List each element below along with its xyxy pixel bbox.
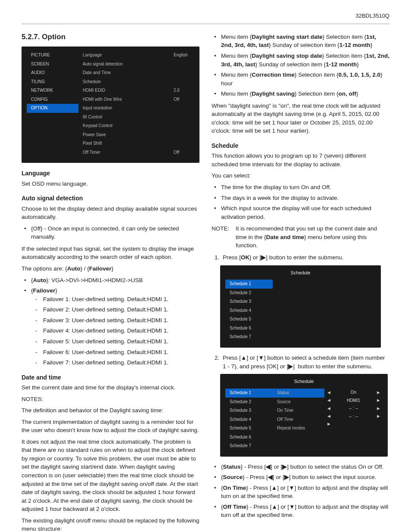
list-item: Failover 6: User-defined setting. Defaul… (43, 348, 199, 357)
osd-field-label: Off Time (273, 415, 324, 424)
osd-setting-label: IR Control (78, 113, 169, 122)
section-heading: 5.2.7. Option (22, 32, 199, 43)
list-item: {Source} - Press [◀] or [▶] button to se… (221, 473, 389, 482)
schedule-heading: Schedule (212, 141, 389, 150)
body-text: The current implementation of daylight s… (22, 418, 199, 435)
body-text: The existing daylight on/off menu should… (22, 516, 199, 532)
list-item: {Off} - Once an input is connected, it c… (31, 224, 199, 241)
datetime-heading: Date and time (22, 373, 199, 382)
osd-schedule-detail: Schedule Schedule 1Schedule 2Schedule 3S… (220, 374, 388, 456)
osd-setting-label: HDMI with One Wire (78, 95, 169, 104)
list-item: Menu item {Daylight saving start date} S… (221, 33, 389, 50)
osd-setting-label: Auto signal detection (78, 60, 169, 69)
right-column: Menu item {Daylight saving start date} S… (212, 32, 389, 532)
osd-setting-value: English (169, 51, 194, 60)
osd-field-value: ◀-- : --▶ (324, 404, 383, 413)
osd-schedule-item: Schedule 4 (225, 306, 273, 315)
osd-schedule-item: Schedule 4 (225, 415, 273, 424)
osd-field-label: On Time (273, 406, 324, 415)
language-heading: Language (22, 169, 199, 177)
list-item: Menu item {Correction time} Selection it… (221, 71, 389, 87)
body-text: The definition and behavior of the Dayli… (22, 406, 199, 415)
osd-setting-value (169, 104, 194, 113)
osd-setting-label: Off Timer (78, 148, 169, 157)
osd-setting-value (169, 68, 194, 78)
list-item: {Failover} Failover 1: User-defined sett… (31, 286, 199, 367)
osd-menu-item: OPTION (27, 104, 78, 113)
osd-setting-value (169, 121, 194, 131)
list-item: Failover 5: User-defined setting. Defaul… (43, 337, 199, 346)
osd-schedule-item: Schedule 2 (225, 289, 273, 298)
osd-schedule-item: Schedule 3 (225, 297, 273, 306)
osd-schedule-item: Schedule 2 (225, 398, 273, 407)
list-item: {Off Time} - Press [▲] or [▼] button to … (221, 503, 389, 520)
osd-field-label: Status (273, 389, 324, 398)
osd-field-value: ▶ (324, 420, 383, 428)
osd-menu-item: CONFIG (27, 95, 78, 104)
body-text: When "daylight saving" is "on", the real… (212, 102, 389, 135)
list-item: Menu item {Daylight saving stop date} Se… (221, 52, 389, 68)
osd-setting-value (169, 113, 194, 122)
osd-option-menu: PICTURESCREENAUDIOTILINGNETWORKCONFIGOPT… (22, 47, 199, 163)
osd-schedule-item: Schedule 7 (225, 442, 273, 451)
osd-schedule-item: Schedule 3 (225, 406, 273, 415)
list-item: {On Time} - Press [▲] or [▼] button to a… (221, 484, 389, 501)
left-column: 5.2.7. Option PICTURESCREENAUDIOTILINGNE… (22, 32, 199, 532)
osd-setting-value (169, 60, 194, 69)
osd-menu-item: AUDIO (27, 68, 78, 78)
step-item: Press [▲] or [▼] button to select a sche… (221, 354, 389, 370)
osd-setting-value (169, 139, 194, 148)
osd-schedule-list: Schedule Schedule 1Schedule 2Schedule 3S… (220, 265, 381, 348)
body-text: Set the current date and time for the di… (22, 383, 199, 392)
list-item: Failover 3: User-defined setting. Defaul… (43, 316, 199, 325)
list-item: Failover 1: User-defined setting. Defaul… (43, 295, 199, 304)
osd-setting-label: Power Save (78, 131, 169, 140)
osd-menu-item: NETWORK (27, 86, 78, 95)
list-item: The days in a week for the display to ac… (221, 194, 389, 202)
osd-schedule-item: Schedule 7 (225, 333, 273, 342)
list-item: Failover 4: User-defined setting. Defaul… (43, 327, 199, 335)
body-text: This function allows you to program up t… (212, 152, 389, 168)
divider (22, 24, 389, 24)
body-text: You can select: (212, 171, 389, 180)
osd-setting-value: Off (169, 95, 194, 104)
list-item: The time for the display to turn On and … (221, 183, 389, 192)
osd-setting-value: Off (169, 148, 194, 157)
osd-field-value: ◀HDMI1▶ (324, 397, 383, 405)
osd-setting-value (169, 131, 194, 140)
osd-menu-item: SCREEN (27, 60, 78, 69)
list-item: Which input source the display will use … (221, 204, 389, 221)
osd-setting-label: Schedule (78, 78, 169, 87)
osd-schedule-item: Schedule 5 (225, 315, 273, 324)
osd-field-value: ◀On▶ (324, 389, 383, 397)
osd-setting-value: 2.0 (169, 86, 194, 95)
body-text: It does not adjust the real time clock a… (22, 438, 199, 513)
body-text: If the selected input has signal, set th… (22, 245, 199, 261)
osd-setting-label: Pixel Shift (78, 139, 169, 148)
osd-field-value: ◀-- : --▶ (324, 413, 383, 421)
list-item: {Auto}: VGA->DVI->HDMI1->HDMI2->USB (31, 276, 199, 285)
osd-field-label: Source (273, 398, 324, 407)
osd-setting-label: Language (78, 51, 169, 60)
list-item: Menu item {Daylight saving} Selection it… (221, 90, 389, 98)
model-number: 32BDL3510Q (22, 12, 389, 20)
step-item: Press [OK] or [▶] button to enter the su… (221, 253, 389, 262)
osd-schedule-item: Schedule 1 (225, 389, 273, 398)
osd-setting-label: Keypad Control (78, 121, 169, 131)
body-text: NOTES: (22, 395, 199, 404)
asd-heading: Auto signal detection (22, 194, 199, 202)
osd-setting-label: Input resolution (78, 104, 169, 113)
osd-schedule-item: Schedule 5 (225, 424, 273, 433)
body-text: Choose to let the display detect and dis… (22, 205, 199, 221)
list-item: Failover 2: User-defined setting. Defaul… (43, 305, 199, 314)
osd-setting-value (169, 78, 194, 87)
osd-schedule-item: Schedule 6 (225, 433, 273, 442)
osd-schedule-item: Schedule 1 (225, 280, 273, 289)
osd-menu-item: TILING (27, 78, 78, 87)
osd-menu-item: PICTURE (27, 51, 78, 60)
osd-field-label: Repeat modes (273, 424, 324, 433)
osd-schedule-item: Schedule 6 (225, 324, 273, 333)
osd-setting-label: Date and Time (78, 68, 169, 78)
note: NOTE: It is recommended that you set up … (212, 224, 389, 250)
osd-setting-label: HDMI EDID (78, 86, 169, 95)
